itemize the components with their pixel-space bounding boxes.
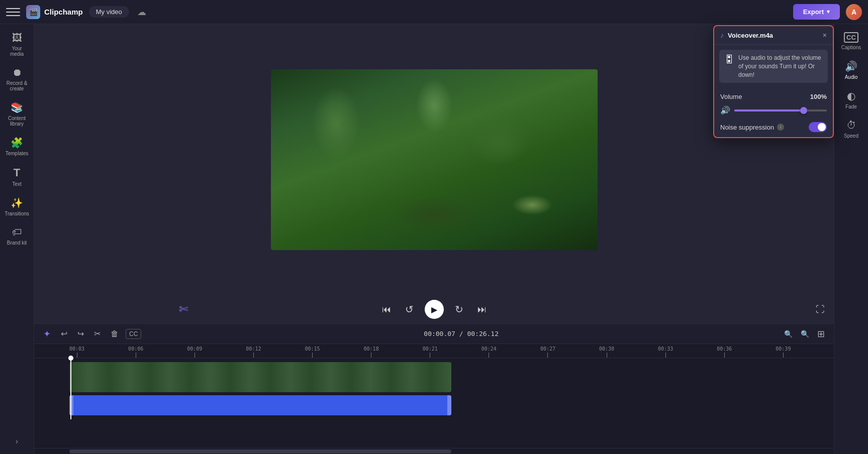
timeline-content: 00:03 00:06 00:09: [34, 344, 834, 448]
redo-button[interactable]: ↪: [74, 327, 87, 340]
volume-slider-row: 🔊: [720, 105, 827, 115]
sidebar-item-brand-kit[interactable]: 🏷 Brand kit: [3, 222, 31, 250]
record-icon: ⏺: [12, 67, 22, 78]
zoom-out-button[interactable]: 🔍: [781, 328, 796, 340]
zoom-controls: 🔍 🔍 ⊞: [781, 326, 828, 342]
captions-icon: CC: [844, 32, 858, 43]
right-panel-label: Fade: [845, 104, 857, 109]
zoom-in-button[interactable]: 🔍: [798, 328, 812, 340]
playback-controls: ✄ ⏮ ↺ ▶ ↻ ⏭ ⛶: [34, 295, 834, 323]
audio-panel-close-button[interactable]: ×: [823, 31, 827, 39]
timeline-ruler: 00:03 00:06 00:09: [34, 344, 834, 358]
cloud-save-icon: ☁: [137, 7, 146, 18]
audio-panel-body: Volume 100% 🔊 Noise suppression i: [714, 88, 833, 137]
ruler-marks: 00:03 00:06 00:09: [69, 346, 791, 358]
right-panel-label: Audio: [845, 74, 858, 80]
audio-panel: ♪ Voiceover.m4a × 🎛 Use audio to adjust …: [713, 25, 834, 138]
noise-suppression-toggle[interactable]: [809, 122, 827, 132]
menu-button[interactable]: [6, 5, 20, 19]
audio-track-handle-right[interactable]: [447, 395, 451, 415]
video-frame: [271, 69, 598, 250]
skip-forward-button[interactable]: ⏭: [474, 301, 490, 318]
sidebar-item-your-media[interactable]: 🖼 Your media: [3, 28, 31, 61]
audio-panel-header: ♪ Voiceover.m4a ×: [714, 26, 833, 45]
volume-slider[interactable]: [734, 109, 827, 111]
content-library-icon: 📚: [11, 101, 23, 113]
app-name: Clipchamp: [44, 8, 83, 16]
your-media-icon: 🖼: [12, 32, 22, 44]
skip-back-button[interactable]: ⏮: [379, 301, 394, 318]
sidebar-item-label: Content library: [5, 116, 29, 127]
slider-thumb[interactable]: [800, 107, 807, 114]
scrollbar-thumb[interactable]: [69, 449, 451, 453]
project-title[interactable]: My video: [89, 6, 129, 18]
ruler-mark-006: 00:06: [128, 346, 143, 358]
toggle-knob: [818, 123, 826, 131]
music-note-icon: ♪: [720, 31, 724, 39]
sidebar-item-content-library[interactable]: 📚 Content library: [3, 97, 31, 131]
slider-fill: [734, 109, 804, 111]
logo-icon: 🎬: [26, 5, 40, 19]
sidebar-item-templates[interactable]: 🧩 Templates: [3, 133, 31, 160]
right-panel-label: Speed: [844, 133, 858, 139]
volume-label: Volume: [720, 93, 742, 100]
volume-icon: 🔊: [720, 105, 730, 115]
topbar: 🎬 Clipchamp My video ☁ Export A: [0, 0, 868, 24]
ruler-mark-009: 00:09: [187, 346, 202, 358]
volume-row: Volume 100%: [720, 93, 827, 100]
ruler-mark-015: 00:15: [305, 346, 320, 358]
timeline-tracks: [34, 358, 834, 419]
text-icon: T: [14, 166, 20, 179]
sidebar-item-label: Your media: [5, 46, 29, 57]
captions-timeline-button[interactable]: CC: [126, 329, 141, 339]
scissors-button[interactable]: ✂: [91, 327, 104, 340]
rewind-button[interactable]: ↺: [402, 300, 417, 318]
right-panel-item-captions[interactable]: CC Captions: [837, 28, 865, 54]
timeline-toolbar: ✦ ↩ ↪ ✂ 🗑 CC 00:00.07 / 00:26.12 🔍 🔍 ⊞: [34, 324, 834, 344]
ruler-mark-021: 00:21: [423, 346, 438, 358]
trash-button[interactable]: 🗑: [108, 327, 122, 340]
fullscreen-button[interactable]: ⛶: [813, 301, 828, 318]
sidebar-item-text[interactable]: T Text: [3, 162, 31, 191]
audio-track[interactable]: [69, 395, 451, 415]
sidebar-item-record-create[interactable]: ⏺ Record & create: [3, 63, 31, 95]
fit-view-button[interactable]: ⊞: [814, 326, 828, 342]
sidebar: 🖼 Your media ⏺ Record & create 📚 Content…: [0, 24, 34, 454]
brand-kit-icon: 🏷: [12, 226, 22, 238]
transitions-icon: ✨: [11, 197, 23, 209]
ruler-mark-018: 00:18: [364, 346, 379, 358]
forward-button[interactable]: ↻: [452, 300, 466, 318]
right-panel-item-fade[interactable]: ◐ Fade: [837, 86, 865, 113]
noise-suppression-label: Noise suppression i: [720, 124, 784, 131]
export-button[interactable]: Export: [793, 4, 840, 20]
timeline-scrollbar[interactable]: [34, 448, 834, 454]
audio-panel-title: Voiceover.m4a: [728, 32, 819, 39]
right-panel-item-speed[interactable]: ⏱ Speed: [837, 116, 865, 143]
sidebar-item-label: Text: [12, 181, 21, 187]
tooltip-emoji: 🎛: [724, 54, 734, 65]
right-panel-item-audio[interactable]: 🔊 Audio: [837, 56, 865, 84]
ruler-mark-033: 00:33: [658, 346, 673, 358]
timeline-playhead[interactable]: [70, 358, 71, 419]
sidebar-item-label: Record & create: [5, 80, 29, 91]
sidebar-item-transitions[interactable]: ✨ Transitions: [3, 193, 31, 220]
video-track-content: [69, 362, 451, 392]
timeline-area: ✦ ↩ ↪ ✂ 🗑 CC 00:00.07 / 00:26.12 🔍 🔍 ⊞: [34, 323, 834, 454]
audio-panel-tooltip: 🎛 Use audio to adjust the volume of your…: [719, 50, 828, 83]
crop-button[interactable]: ✄: [176, 300, 191, 319]
noise-suppression-info-icon[interactable]: i: [777, 124, 784, 131]
ruler-mark-012: 00:12: [246, 346, 261, 358]
ruler-mark-024: 00:24: [481, 346, 497, 358]
tooltip-text: Use audio to adjust the volume of your s…: [738, 54, 823, 79]
undo-button[interactable]: ↩: [58, 327, 70, 340]
speed-icon: ⏱: [846, 120, 856, 131]
right-panel-label: Captions: [841, 45, 861, 50]
sparkle-button[interactable]: ✦: [40, 326, 54, 342]
ruler-mark-039: 00:39: [776, 346, 791, 358]
sidebar-item-label: Transitions: [5, 211, 29, 216]
sidebar-expand-button[interactable]: ›: [3, 433, 31, 450]
avatar[interactable]: A: [846, 4, 862, 20]
video-track[interactable]: [69, 362, 451, 392]
app-logo: 🎬 Clipchamp: [26, 5, 83, 19]
play-button[interactable]: ▶: [425, 300, 444, 319]
